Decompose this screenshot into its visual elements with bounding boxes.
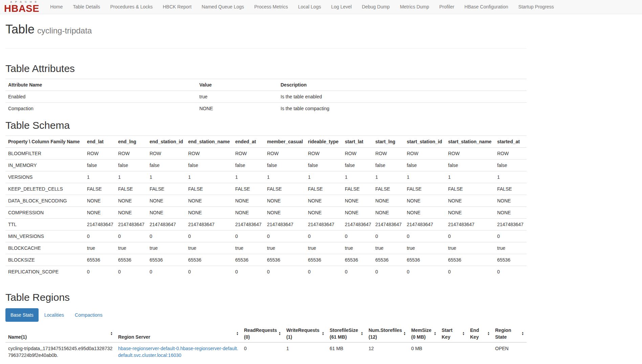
- schema-value-cell: ROW: [404, 147, 445, 159]
- schema-value-cell: 0: [84, 230, 115, 242]
- column-header-readrequests-0[interactable]: ReadRequests (0)▲▼: [241, 325, 284, 342]
- nav-link-log-level[interactable]: Log Level: [326, 0, 357, 14]
- schema-value-cell: 1: [84, 171, 115, 183]
- column-header-ended-at: ended_at: [233, 136, 264, 147]
- schema-value-cell: 0: [185, 230, 233, 242]
- column-header-end-station-id: end_station_id: [147, 136, 185, 147]
- schema-value-cell: NONE: [115, 195, 147, 207]
- attribute-cell: Enabled: [5, 91, 197, 102]
- schema-value-cell: 0: [147, 230, 185, 242]
- schema-row-blocksize: BLOCKSIZE6553665536655366553665536655366…: [5, 254, 527, 266]
- nav-link-process-metrics[interactable]: Process Metrics: [249, 0, 293, 14]
- column-header-writerequests-1[interactable]: WriteRequests (1)▲▼: [284, 325, 327, 342]
- schema-value-cell: 2147483647: [494, 218, 527, 230]
- nav-link-metrics-dump[interactable]: Metrics Dump: [395, 0, 434, 14]
- region-region-server-cell: hbase-regionserver-default-0.hbase-regio…: [115, 342, 241, 361]
- column-header-storefilesize-61-mb[interactable]: StorefileSize (61 MB)▲▼: [327, 325, 366, 342]
- nav-link-profiler[interactable]: Profiler: [434, 0, 459, 14]
- sort-down-arrow: ▼: [403, 334, 406, 336]
- region-num-storefiles-cell: 12: [366, 342, 408, 361]
- sort-down-arrow: ▼: [487, 334, 490, 336]
- column-header-end-key[interactable]: End Key▲▼: [467, 325, 492, 342]
- region-server-link[interactable]: hbase-regionserver-default-0.hbase-regio…: [118, 346, 238, 358]
- schema-value-cell: NONE: [147, 207, 185, 218]
- schema-value-cell: false: [342, 159, 373, 171]
- schema-value-cell: 65536: [264, 254, 305, 266]
- sort-icon: ▲▼: [110, 332, 113, 336]
- nav-link-named-queue-logs[interactable]: Named Queue Logs: [197, 0, 249, 14]
- column-header-region-server[interactable]: Region Server▲▼: [115, 325, 241, 342]
- column-header-end-lat: end_lat: [84, 136, 115, 147]
- column-header-label: Name(1): [8, 334, 27, 340]
- attributes-row: CompactionNONEIs the table compacting: [5, 102, 527, 114]
- column-header-name-1[interactable]: Name(1)▲▼: [5, 325, 115, 342]
- column-header-start-key[interactable]: Start Key▲▼: [439, 325, 467, 342]
- schema-value-cell: 0: [185, 266, 233, 277]
- schema-row-ttl: TTL2147483647214748364721474836472147483…: [5, 218, 527, 230]
- column-header-started-at: started_at: [494, 136, 527, 147]
- column-header-memsize-0-mb[interactable]: MemSize (0 MB)▲▼: [408, 325, 439, 342]
- schema-value-cell: false: [84, 159, 115, 171]
- tab-compactions[interactable]: Compactions: [70, 308, 108, 322]
- schema-value-cell: ROW: [147, 147, 185, 159]
- nav-link-procedures-locks[interactable]: Procedures & Locks: [105, 0, 158, 14]
- page-header: Tablecycling-tripdata: [5, 23, 527, 49]
- nav-item: Profiler: [434, 0, 459, 14]
- nav-item: Local Logs: [293, 0, 326, 14]
- schema-value-cell: 2147483647: [373, 218, 404, 230]
- nav-link-startup-progress[interactable]: Startup Progress: [513, 0, 559, 14]
- schema-value-cell: 0: [305, 230, 342, 242]
- nav-item: Table Details: [68, 0, 105, 14]
- sort-down-arrow: ▼: [110, 334, 113, 336]
- top-navbar: APACHE HBASE HomeTable DetailsProcedures…: [0, 0, 642, 14]
- nav-link-debug-dump[interactable]: Debug Dump: [357, 0, 395, 14]
- schema-value-cell: true: [147, 242, 185, 254]
- regions-tabs: Base StatsLocalitiesCompactions: [5, 308, 527, 322]
- nav-item: Debug Dump: [357, 0, 395, 14]
- schema-value-cell: FALSE: [233, 183, 264, 195]
- schema-value-cell: NONE: [445, 195, 494, 207]
- schema-row-versions: VERSIONS111111111111: [5, 171, 527, 183]
- nav-link-hbck-report[interactable]: HBCK Report: [158, 0, 197, 14]
- column-header-property: Property \ Column Family Name: [5, 136, 84, 147]
- schema-value-cell: FALSE: [264, 183, 305, 195]
- region-end-key-cell: [467, 342, 492, 361]
- schema-value-cell: NONE: [373, 195, 404, 207]
- schema-value-cell: 2147483647: [233, 218, 264, 230]
- hbase-logo[interactable]: APACHE HBASE: [4, 1, 40, 14]
- regions-header-row: Name(1)▲▼Region Server▲▼ReadRequests (0)…: [5, 325, 527, 342]
- column-header-label: Start Key: [442, 327, 461, 340]
- attribute-cell: Is the table compacting: [278, 102, 527, 114]
- attributes-table: Attribute NameValueDescriptionEnabledtru…: [5, 79, 527, 114]
- nav-link-hbase-configuration[interactable]: HBase Configuration: [459, 0, 513, 14]
- nav-link-home[interactable]: Home: [45, 0, 68, 14]
- schema-value-cell: 65536: [115, 254, 147, 266]
- schema-value-cell: 65536: [147, 254, 185, 266]
- schema-value-cell: NONE: [404, 195, 445, 207]
- tab-localities[interactable]: Localities: [39, 308, 69, 322]
- regions-table: Name(1)▲▼Region Server▲▼ReadRequests (0)…: [5, 325, 527, 361]
- schema-value-cell: NONE: [404, 207, 445, 218]
- schema-value-cell: true: [233, 242, 264, 254]
- tab-item: Localities: [39, 308, 69, 322]
- column-header-num-storefiles-12[interactable]: Num.Storefiles (12)▲▼: [366, 325, 408, 342]
- sort-down-arrow: ▼: [462, 334, 465, 336]
- column-header-content: Start Key▲▼: [442, 327, 465, 340]
- schema-value-cell: 0: [494, 230, 527, 242]
- attribute-cell: Compaction: [5, 102, 197, 114]
- schema-value-cell: true: [84, 242, 115, 254]
- schema-value-cell: ROW: [84, 147, 115, 159]
- column-header-region-state[interactable]: Region State▲▼: [492, 325, 527, 342]
- schema-value-cell: 1: [404, 171, 445, 183]
- schema-value-cell: 0: [494, 266, 527, 277]
- schema-value-cell: NONE: [373, 207, 404, 218]
- tab-base-stats[interactable]: Base Stats: [5, 308, 39, 322]
- nav-menu: HomeTable DetailsProcedures & LocksHBCK …: [45, 0, 559, 14]
- schema-value-cell: 1: [445, 171, 494, 183]
- nav-link-local-logs[interactable]: Local Logs: [293, 0, 326, 14]
- schema-value-cell: FALSE: [115, 183, 147, 195]
- nav-item: Home: [45, 0, 68, 14]
- nav-link-table-details[interactable]: Table Details: [68, 0, 105, 14]
- schema-value-cell: true: [342, 242, 373, 254]
- schema-value-cell: 1: [147, 171, 185, 183]
